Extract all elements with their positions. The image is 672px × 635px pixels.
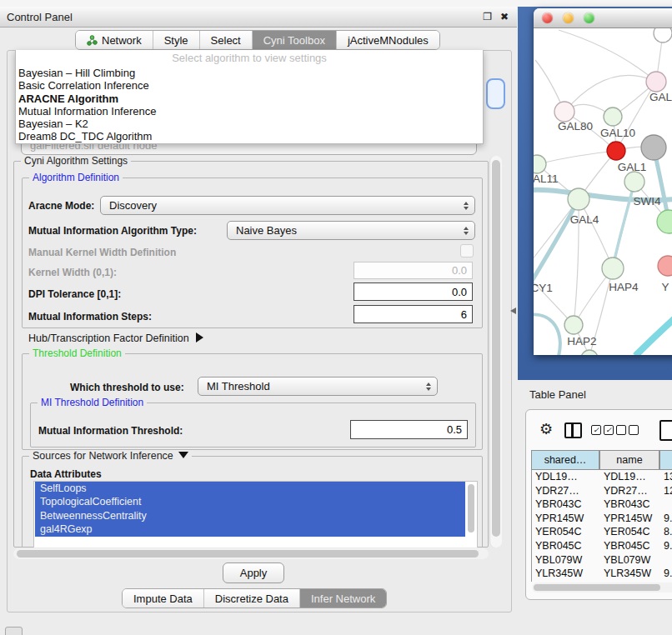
algorithm-definition-title: Algorithm Definition xyxy=(29,172,123,183)
table-row[interactable]: YBL079WYBL079W xyxy=(532,553,672,568)
collapse-down-icon xyxy=(178,452,188,458)
mouse-cursor xyxy=(510,308,516,314)
table-row[interactable]: YLR345WYLR345W9. xyxy=(532,567,672,581)
table-row[interactable]: YPR145WYPR145W9. xyxy=(532,512,672,526)
network-window-titlebar[interactable] xyxy=(534,8,672,28)
hub-definition-expander[interactable]: Hub/Transcription Factor Definition xyxy=(28,332,203,344)
network-node-gal[interactable] xyxy=(646,72,666,92)
algorithm-option-dream8-dc-tdc-algorithm[interactable]: Dream8 DC_TDC Algorithm xyxy=(16,130,483,142)
table-row[interactable]: YIL052CYIL052C9. xyxy=(532,581,672,582)
minimize-window-button[interactable] xyxy=(563,12,574,23)
select-all-icon[interactable]: ✓✓ xyxy=(591,425,614,435)
close-panel-icon[interactable]: ✖ xyxy=(500,11,509,22)
data-attributes-list[interactable]: SelfLoopsTopologicalCoefficientBetweenne… xyxy=(33,481,478,548)
network-node-hap4[interactable] xyxy=(602,258,624,279)
network-canvas[interactable]: GALGAL80GAL10GAL1GAL11SWI4GAL4GCY1HAP4YH… xyxy=(534,28,672,355)
collapsed-panel-icon[interactable] xyxy=(5,627,23,635)
control-panel-tabbar: NetworkStyleSelectCyni ToolboxjActiveMNo… xyxy=(75,30,440,50)
network-node-gal1[interactable] xyxy=(607,142,625,160)
algorithm-option-bayesian-k2[interactable]: Bayesian – K2 xyxy=(16,118,483,130)
tab-cyni-toolbox[interactable]: Cyni Toolbox xyxy=(253,31,337,49)
threshold-definition-title: Threshold Definition xyxy=(29,348,125,359)
dpi-tolerance-field[interactable]: 0.0 xyxy=(354,282,473,301)
tab-jactivemnodules[interactable]: jActiveMNodules xyxy=(337,31,439,49)
mi-threshold-title: MI Threshold Definition xyxy=(38,397,147,408)
float-panel-icon[interactable]: ❐ xyxy=(483,11,492,22)
which-threshold-combo[interactable]: MI Threshold xyxy=(198,377,438,396)
table-row[interactable]: YDL19…YDL19…13 xyxy=(532,470,672,484)
attribute-item-topologicalcoefficient[interactable]: TopologicalCoefficient xyxy=(35,495,465,508)
apply-button[interactable]: Apply xyxy=(223,562,284,583)
network-node-gal4[interactable] xyxy=(568,188,589,210)
algorithm-option-mutual-information-inference[interactable]: Mutual Information Inference xyxy=(16,105,483,118)
cyni-algorithm-settings-title: Cyni Algorithm Settings xyxy=(21,155,131,167)
combo-stepper-icon xyxy=(464,202,469,210)
tab-infer-network[interactable]: Infer Network xyxy=(300,589,386,608)
new-table-icon[interactable] xyxy=(659,420,672,441)
table-row[interactable]: YBR045CYBR045C9. xyxy=(532,539,672,553)
attribute-item-betweennesscentrality[interactable]: BetweennessCentrality xyxy=(35,509,465,522)
attribute-item-selfloops[interactable]: SelfLoops xyxy=(35,482,465,495)
expand-right-icon xyxy=(196,332,203,342)
settings-scroll-area: Cyni Algorithm Settings Algorithm Defini… xyxy=(10,155,489,548)
mi-steps-label: Mutual Information Steps: xyxy=(28,311,152,322)
network-node[interactable] xyxy=(641,135,666,160)
tab-discretize-data[interactable]: Discretize Data xyxy=(204,589,300,608)
network-node-swi4[interactable] xyxy=(624,172,644,192)
mi-algorithm-type-combo[interactable]: Naive Bayes xyxy=(227,221,475,240)
attribute-item-gal4rgexp[interactable]: gal4RGexp xyxy=(35,522,465,536)
network-node[interactable] xyxy=(657,210,672,233)
settings-horizontal-scrollbar[interactable] xyxy=(13,548,489,559)
table-toolbar: ⚙ ✓✓ xyxy=(526,417,672,445)
aracne-mode-label: Aracne Mode: xyxy=(28,200,94,212)
column-header-shared[interactable]: shared… xyxy=(531,450,599,470)
kernel-width-label: Kernel Width (0,1): xyxy=(28,267,117,278)
algorithm-option-basic-correlation-inference[interactable]: Basic Correlation Inference xyxy=(16,79,483,92)
tab-impute-data[interactable]: Impute Data xyxy=(123,589,204,608)
network-node-gal80[interactable] xyxy=(554,102,574,122)
network-node-hap2[interactable] xyxy=(564,316,583,334)
table-row[interactable]: YBR043CYBR043C xyxy=(532,498,672,512)
node-label-hap4: HAP4 xyxy=(609,281,639,293)
mi-threshold-field[interactable]: 0.5 xyxy=(350,420,468,439)
mi-steps-field[interactable]: 6 xyxy=(354,305,473,323)
network-icon xyxy=(87,35,98,46)
control-panel-title: Control Panel xyxy=(7,11,73,23)
network-node-y[interactable] xyxy=(658,256,672,276)
control-panel-titlebar: Control Panel ❐ ✖ xyxy=(0,7,517,28)
network-node[interactable] xyxy=(654,28,672,42)
network-node-gal10[interactable] xyxy=(604,108,622,126)
node-table: shared…nameA YDL19…YDL19…13YDR27…YDR27…1… xyxy=(531,450,672,602)
data-attributes-label: Data Attributes xyxy=(30,468,102,480)
zoom-window-button[interactable] xyxy=(584,12,594,23)
tab-style[interactable]: Style xyxy=(153,31,200,49)
which-threshold-label: Which threshold to use: xyxy=(70,382,184,393)
table-body: YDL19…YDL19…13YDR27…YDR27…12YBR043CYBR04… xyxy=(531,470,672,582)
node-label-gal11: GAL11 xyxy=(534,172,559,185)
table-row[interactable]: YDR27…YDR27…12 xyxy=(532,484,672,498)
columns-icon[interactable] xyxy=(564,422,582,438)
node-label-gal4: GAL4 xyxy=(570,213,599,226)
table-header-row: shared…nameA xyxy=(531,450,672,470)
column-header-name[interactable]: name xyxy=(599,450,659,470)
tab-select[interactable]: Select xyxy=(200,31,253,49)
sources-title[interactable]: Sources for Network Inference xyxy=(29,450,192,462)
column-header-a[interactable]: A xyxy=(659,450,672,470)
node-label-hap2: HAP2 xyxy=(567,335,596,348)
gear-icon[interactable]: ⚙ xyxy=(539,420,553,438)
manual-kernel-checkbox[interactable] xyxy=(460,244,474,258)
aracne-mode-combo[interactable]: Discovery xyxy=(100,196,475,215)
tab-network[interactable]: Network xyxy=(76,31,153,49)
screen: Control Panel ❐ ✖ NetworkStyleSelectCyni… xyxy=(0,0,672,635)
list-scrollbar-thumb[interactable] xyxy=(468,484,474,532)
algorithm-option-aracne-algorithm[interactable]: ARACNE Algorithm xyxy=(16,92,483,105)
algorithm-option-bayesian-hill-climbing[interactable]: Bayesian – Hill Climbing xyxy=(16,67,483,79)
table-horizontal-scrollbar[interactable] xyxy=(532,582,672,592)
kernel-width-field: 0.0 xyxy=(354,262,473,279)
mi-threshold-label: Mutual Information Threshold: xyxy=(38,425,183,437)
network-node[interactable] xyxy=(581,350,598,355)
settings-vertical-scrollbar[interactable] xyxy=(489,156,502,548)
deselect-all-icon[interactable] xyxy=(616,425,639,435)
table-row[interactable]: YER054CYER054C8. xyxy=(532,525,672,539)
close-window-button[interactable] xyxy=(542,12,553,23)
